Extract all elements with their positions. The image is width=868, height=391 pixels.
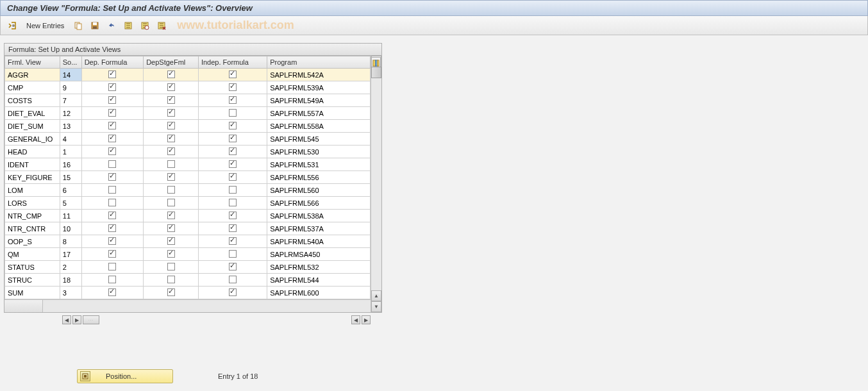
- cell-program[interactable]: SAPLFRML537A: [267, 222, 371, 235]
- cell-program[interactable]: SAPLFRML531: [267, 158, 371, 171]
- cell-program[interactable]: SAPLFRML542A: [267, 69, 371, 81]
- cell-program[interactable]: SAPLFRML600: [267, 287, 371, 299]
- checkbox[interactable]: [229, 199, 237, 206]
- scroll-thumb[interactable]: [371, 67, 381, 78]
- cell-sort[interactable]: 2: [60, 261, 81, 274]
- cell-stge[interactable]: [144, 248, 199, 261]
- checkbox[interactable]: [167, 147, 175, 155]
- hscroll-left[interactable]: ◀: [62, 315, 71, 324]
- checkbox[interactable]: [167, 263, 175, 270]
- cell-sort[interactable]: 7: [60, 94, 81, 107]
- col-sort[interactable]: So...: [60, 56, 81, 69]
- cell-indep[interactable]: [198, 197, 267, 210]
- cell-stge[interactable]: [144, 261, 199, 274]
- col-frml-view[interactable]: Frml. View: [5, 56, 60, 69]
- checkbox[interactable]: [167, 276, 175, 283]
- cell-stge[interactable]: [144, 133, 199, 146]
- cell-indep[interactable]: [198, 274, 267, 287]
- hscroll-separator[interactable]: ∙∙∙: [83, 315, 99, 324]
- cell-indep[interactable]: [198, 287, 267, 299]
- checkbox[interactable]: [167, 109, 175, 117]
- table-row[interactable]: AGGR14SAPLFRML542A: [5, 69, 371, 81]
- cell-stge[interactable]: [144, 146, 199, 158]
- cell-program[interactable]: SAPLFRML557A: [267, 107, 371, 120]
- checkbox[interactable]: [167, 250, 175, 258]
- cell-frml-view[interactable]: HEAD: [5, 146, 60, 158]
- cell-sort[interactable]: 1: [60, 146, 81, 158]
- data-grid[interactable]: Frml. View So... Dep. Formula DepStgeFml…: [4, 56, 371, 299]
- checkbox[interactable]: [108, 212, 116, 219]
- copy-icon[interactable]: [72, 19, 85, 32]
- table-row[interactable]: SUM3SAPLFRML600: [5, 287, 371, 299]
- cell-sort[interactable]: 18: [60, 274, 81, 287]
- cell-frml-view[interactable]: IDENT: [5, 158, 60, 171]
- cell-sort[interactable]: 13: [60, 120, 81, 133]
- cell-stge[interactable]: [144, 222, 199, 235]
- cell-dep[interactable]: [81, 158, 143, 171]
- cell-sort[interactable]: 9: [60, 81, 81, 94]
- cell-frml-view[interactable]: QM: [5, 248, 60, 261]
- table-row[interactable]: KEY_FIGURE15SAPLFRML556: [5, 171, 371, 184]
- col-program[interactable]: Program: [267, 56, 371, 69]
- checkbox[interactable]: [167, 212, 175, 219]
- cell-frml-view[interactable]: STRUC: [5, 274, 60, 287]
- checkbox[interactable]: [229, 263, 237, 270]
- checkbox[interactable]: [167, 237, 175, 245]
- checkbox[interactable]: [108, 71, 116, 78]
- cell-program[interactable]: SAPLFRML538A: [267, 210, 371, 222]
- cell-program[interactable]: SAPLRMSA450: [267, 248, 371, 261]
- cell-indep[interactable]: [198, 94, 267, 107]
- cell-frml-view[interactable]: NTR_CNTR: [5, 222, 60, 235]
- cell-indep[interactable]: [198, 146, 267, 158]
- cell-frml-view[interactable]: LORS: [5, 197, 60, 210]
- cell-dep[interactable]: [81, 222, 143, 235]
- cell-stge[interactable]: [144, 69, 199, 81]
- cell-stge[interactable]: [144, 287, 199, 299]
- checkbox[interactable]: [229, 224, 237, 232]
- checkbox[interactable]: [108, 96, 116, 104]
- cell-stge[interactable]: [144, 235, 199, 248]
- cell-program[interactable]: SAPLFRML545: [267, 133, 371, 146]
- cell-stge[interactable]: [144, 274, 199, 287]
- cell-indep[interactable]: [198, 248, 267, 261]
- cell-dep[interactable]: [81, 133, 143, 146]
- scroll-down-button[interactable]: ▲: [371, 290, 381, 301]
- cell-program[interactable]: SAPLFRML556: [267, 171, 371, 184]
- cell-sort[interactable]: 8: [60, 235, 81, 248]
- cell-indep[interactable]: [198, 133, 267, 146]
- cell-frml-view[interactable]: OOP_S: [5, 235, 60, 248]
- cell-sort[interactable]: 15: [60, 171, 81, 184]
- checkbox[interactable]: [108, 224, 116, 232]
- cell-stge[interactable]: [144, 197, 199, 210]
- cell-dep[interactable]: [81, 94, 143, 107]
- table-row[interactable]: GENERAL_IO4SAPLFRML545: [5, 133, 371, 146]
- cell-sort[interactable]: 11: [60, 210, 81, 222]
- undo-icon[interactable]: [105, 19, 118, 32]
- checkbox[interactable]: [167, 160, 175, 168]
- table-row[interactable]: NTR_CNTR10SAPLFRML537A: [5, 222, 371, 235]
- hscroll-right[interactable]: ▶: [72, 315, 81, 324]
- cell-dep[interactable]: [81, 261, 143, 274]
- table-row[interactable]: STATUS2SAPLFRML532: [5, 261, 371, 274]
- cell-stge[interactable]: [144, 107, 199, 120]
- cell-sort[interactable]: 10: [60, 222, 81, 235]
- cell-indep[interactable]: [198, 81, 267, 94]
- cell-sort[interactable]: 16: [60, 158, 81, 171]
- table-row[interactable]: IDENT16SAPLFRML531: [5, 158, 371, 171]
- cell-program[interactable]: SAPLFRML539A: [267, 81, 371, 94]
- checkbox[interactable]: [108, 147, 116, 155]
- checkbox[interactable]: [108, 199, 116, 206]
- cell-frml-view[interactable]: DIET_SUM: [5, 120, 60, 133]
- table-row[interactable]: LORS5SAPLFRML566: [5, 197, 371, 210]
- cell-indep[interactable]: [198, 184, 267, 197]
- col-dep-formula[interactable]: Dep. Formula: [81, 56, 143, 69]
- cell-frml-view[interactable]: STATUS: [5, 261, 60, 274]
- checkbox[interactable]: [167, 96, 175, 104]
- checkbox[interactable]: [229, 122, 237, 129]
- cell-indep[interactable]: [198, 158, 267, 171]
- hscroll-right-2[interactable]: ▶: [362, 315, 371, 324]
- cell-dep[interactable]: [81, 274, 143, 287]
- checkbox[interactable]: [167, 186, 175, 194]
- cell-frml-view[interactable]: GENERAL_IO: [5, 133, 60, 146]
- cell-program[interactable]: SAPLFRML566: [267, 197, 371, 210]
